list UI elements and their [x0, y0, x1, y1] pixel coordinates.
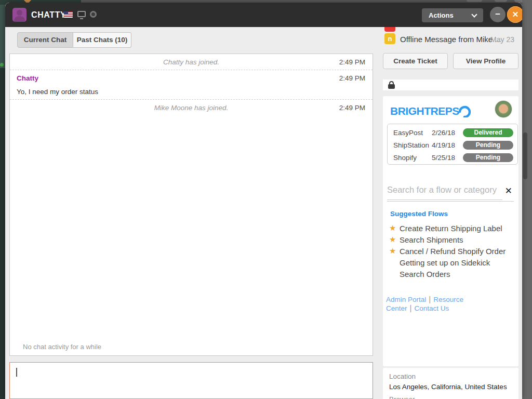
visitor-message-row: Chatty 2:49 PM Yo, I need my order statu… — [10, 70, 373, 100]
minimize-button[interactable]: – — [490, 7, 506, 22]
order-row: ShipStation 4/19/18 Pending — [388, 139, 517, 151]
search-underline — [387, 201, 514, 202]
clear-search-icon[interactable]: ✕ — [505, 185, 512, 196]
notification-label: Offline Message from Mike ... — [400, 35, 501, 44]
brand-row: BRIGHTREPS — [390, 102, 471, 120]
order-date: 2/26/18 — [432, 129, 455, 137]
star-icon: ★ — [389, 235, 396, 244]
link-separator: | — [429, 295, 431, 303]
reply-input[interactable] — [9, 362, 373, 399]
order-service: Shopify — [393, 154, 417, 162]
location-value: Los Angeles, California, United States — [389, 383, 507, 391]
sidebar: n Offline Message from Mike ... May 23 C… — [379, 27, 522, 399]
status-badge: Pending — [463, 141, 513, 150]
admin-portal-link[interactable]: Admin Portal — [386, 296, 426, 303]
backdrop-sliver — [495, 0, 507, 2]
event-timestamp: 2:49 PM — [339, 104, 365, 112]
flow-label: Getting set up on Sidekick — [400, 258, 490, 267]
create-ticket-button[interactable]: Create Ticket — [383, 53, 448, 69]
flow-item[interactable]: ★ Cancel / Refund Shopify Order — [383, 245, 518, 257]
message-text: Yo, I need my order status — [17, 88, 98, 96]
person-icon — [14, 16, 25, 22]
backdrop-left-strip — [0, 5, 5, 68]
headset-swoosh-icon — [457, 104, 471, 117]
flow-label: Search Orders — [400, 270, 450, 278]
tab-past-chats[interactable]: Past Chats (10) — [73, 32, 131, 48]
backdrop-left-strip — [0, 68, 5, 399]
status-badge: Pending — [463, 153, 513, 162]
order-service: ShipStation — [393, 141, 429, 149]
flow-label: Search Shipments — [400, 235, 463, 244]
message-author: Chatty — [17, 74, 38, 82]
text-cursor — [16, 368, 17, 377]
notification-icon: n — [384, 33, 395, 44]
window-header: CHATTY Actions – ✕ — [5, 3, 522, 27]
window-title: CHATTY — [31, 10, 66, 20]
link-separator: | — [410, 303, 412, 312]
brand-logo: BRIGHTREPS — [390, 105, 459, 117]
order-service: EasyPost — [393, 129, 423, 137]
order-date: 4/19/18 — [432, 141, 455, 149]
actions-dropdown-label: Actions — [429, 11, 454, 19]
backdrop-green-dot — [0, 63, 4, 66]
actions-dropdown[interactable]: Actions — [422, 8, 483, 22]
status-badge: Delivered — [463, 128, 513, 137]
monitor-icon — [77, 11, 86, 17]
backdrop-sliver — [467, 0, 482, 2]
us-flag-icon — [64, 11, 73, 18]
chat-transcript[interactable]: Chatty has joined. 2:49 PM Chatty 2:49 P… — [9, 54, 373, 356]
flow-item[interactable]: ★ Create Return Shipping Label — [383, 222, 518, 234]
idle-notice: No chat activity for a while — [23, 343, 101, 351]
close-button[interactable]: ✕ — [507, 6, 522, 23]
chevron-down-icon — [471, 11, 477, 17]
footer-links: Admin Portal|Resource Center|Contact Us — [386, 295, 516, 312]
agent-avatar — [495, 100, 512, 118]
chat-console-window: CHATTY Actions – ✕ Current Chat Past Cha… — [5, 3, 522, 399]
backdrop-right-strip — [522, 0, 532, 399]
scrollbar[interactable] — [523, 132, 527, 179]
tab-current-chat[interactable]: Current Chat — [17, 32, 73, 48]
flow-item[interactable]: Search Orders — [383, 268, 518, 280]
system-event-text: Mike Moone has joined. — [10, 104, 373, 112]
system-event-text: Chatty has joined. — [10, 58, 373, 66]
flow-search-input[interactable] — [387, 183, 502, 200]
person-icon — [17, 10, 22, 16]
brightreps-panel: BRIGHTREPS EasyPost 2/26/18 Delivered Sh… — [383, 96, 518, 366]
order-date: 5/25/18 — [432, 154, 455, 162]
event-timestamp: 2:49 PM — [339, 74, 365, 82]
visitor-details-panel: Location Los Angeles, California, United… — [383, 368, 518, 399]
system-event-row: Chatty has joined. 2:49 PM — [10, 54, 373, 70]
event-timestamp: 2:49 PM — [339, 58, 365, 66]
flag-canton — [64, 11, 68, 15]
flow-label: Create Return Shipping Label — [400, 224, 502, 233]
suggested-flows-heading[interactable]: Suggested Flows — [390, 210, 448, 218]
offline-message-item[interactable]: n Offline Message from Mike ... May 23 — [379, 33, 522, 47]
flow-item[interactable]: ★ Search Shipments — [383, 234, 518, 245]
notification-date: May 23 — [490, 35, 514, 44]
browser-label: Browser — [389, 395, 415, 399]
order-row: EasyPost 2/26/18 Delivered — [388, 126, 517, 139]
contact-us-link[interactable]: Contact Us — [414, 304, 449, 312]
order-row: Shopify 5/25/18 Pending — [388, 151, 517, 164]
star-icon: ★ — [389, 223, 396, 233]
star-icon: ★ — [389, 246, 396, 256]
flow-item[interactable]: Getting set up on Sidekick — [383, 257, 518, 268]
system-event-row: Mike Moone has joined. 2:49 PM — [10, 100, 373, 116]
lock-icon — [388, 84, 395, 89]
flow-label: Cancel / Refund Shopify Order — [400, 247, 506, 256]
location-label: Location — [389, 373, 416, 380]
view-profile-button[interactable]: View Profile — [453, 53, 518, 69]
order-status-table: EasyPost 2/26/18 Delivered ShipStation 4… — [387, 124, 518, 165]
status-circle-icon — [90, 11, 97, 18]
secure-bar — [383, 79, 518, 90]
visitor-avatar — [12, 8, 26, 22]
